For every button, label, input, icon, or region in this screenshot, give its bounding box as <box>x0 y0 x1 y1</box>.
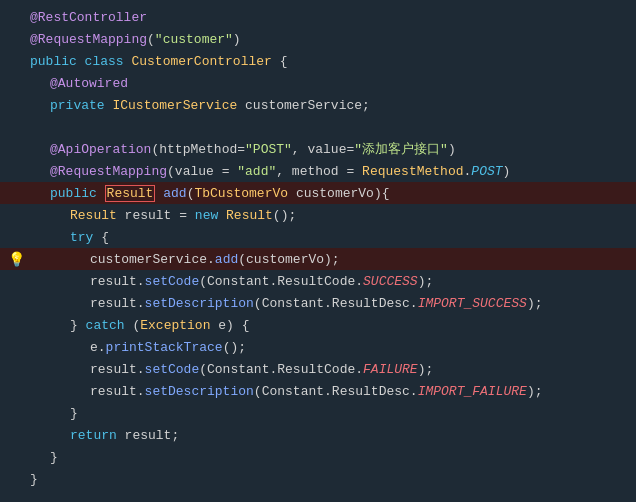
code-line-10: Result result = new Result(); <box>0 204 636 226</box>
code-line-19: } <box>0 402 636 424</box>
code-line-13: result.setCode(Constant.ResultCode.SUCCE… <box>0 270 636 292</box>
code-line-4: @Autowired <box>0 72 636 94</box>
code-line-18: result.setDescription(Constant.ResultDes… <box>0 380 636 402</box>
code-line-2: @RequestMapping("customer") <box>0 28 636 50</box>
code-line-17: result.setCode(Constant.ResultCode.FAILU… <box>0 358 636 380</box>
code-line-3: public class CustomerController { <box>0 50 636 72</box>
code-line-11: try { <box>0 226 636 248</box>
code-line-15: } catch (Exception e) { <box>0 314 636 336</box>
annotation-1: @RestController <box>30 10 147 25</box>
code-editor: @RestController @RequestMapping("custome… <box>0 0 636 502</box>
code-line-16: e.printStackTrace(); <box>0 336 636 358</box>
code-line-20: return result; <box>0 424 636 446</box>
code-line-12: 💡 customerService.add(customerVo); <box>0 248 636 270</box>
code-line-9: public Result add(TbCustomerVo customerV… <box>0 182 636 204</box>
code-line-5: private ICustomerService customerService… <box>0 94 636 116</box>
code-line-14: result.setDescription(Constant.ResultDes… <box>0 292 636 314</box>
code-line-8: @RequestMapping(value = "add", method = … <box>0 160 636 182</box>
code-line-1: @RestController <box>0 6 636 28</box>
annotation-2: @RequestMapping <box>30 32 147 47</box>
lightbulb-icon: 💡 <box>8 251 25 268</box>
code-line-6 <box>0 116 636 138</box>
code-line-22: } <box>0 468 636 490</box>
code-line-7: @ApiOperation(httpMethod="POST", value="… <box>0 138 636 160</box>
code-line-21: } <box>0 446 636 468</box>
